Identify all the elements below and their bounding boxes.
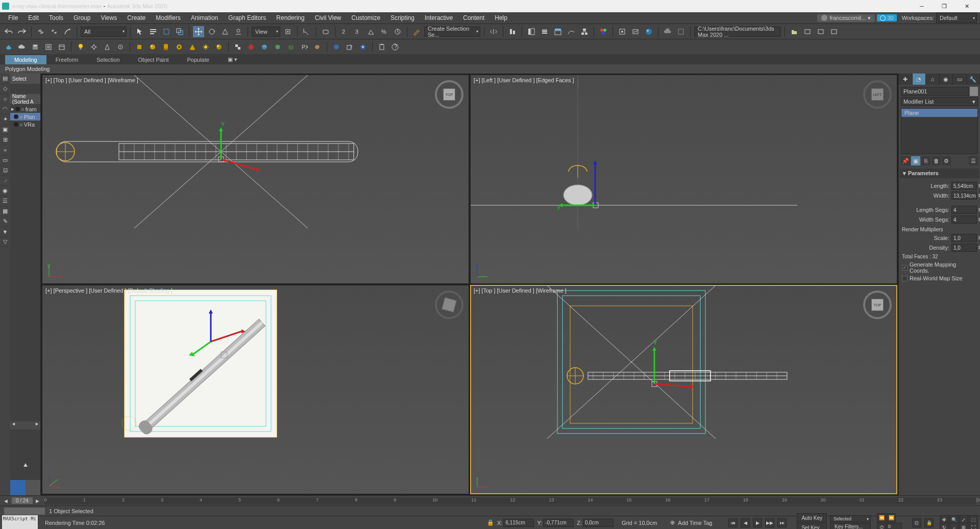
scene-header[interactable]: Name (Sorted A xyxy=(10,94,40,104)
selection-filter-dropdown[interactable]: All xyxy=(81,27,127,37)
set-key-button[interactable]: Set Key xyxy=(797,523,827,529)
help-icon[interactable]: ? xyxy=(389,41,401,53)
open-a360-gallery-button[interactable] xyxy=(675,26,687,37)
viewport-layout-2[interactable] xyxy=(26,480,41,495)
ribbon-tab-freeform[interactable]: Freeform xyxy=(46,55,88,64)
show-end-result-button[interactable]: ▣ xyxy=(911,156,920,165)
create-tab[interactable]: ✚ xyxy=(899,74,913,85)
maxscript-listener[interactable]: MAXScript Mi xyxy=(2,515,38,530)
light-spot-icon[interactable] xyxy=(102,41,113,53)
timeline-track[interactable]: 0123456789101112131415161718192021222324 xyxy=(44,497,976,504)
keyboard-shortcut-override-button[interactable] xyxy=(320,26,331,37)
modifier-list-dropdown[interactable]: Modifier List▾ xyxy=(901,97,978,106)
workspace-dropdown[interactable]: Default xyxy=(936,13,977,23)
viewport-bottom-left[interactable]: [+] [Perspective ] [User Defined ] [Defa… xyxy=(42,285,469,494)
list-icon[interactable] xyxy=(43,41,54,53)
filter-shapes-button[interactable]: ◠ xyxy=(0,104,10,114)
menu-edit[interactable]: Edit xyxy=(23,12,44,23)
object-color-swatch[interactable] xyxy=(970,87,978,96)
menu-rendering[interactable]: Rendering xyxy=(271,12,309,23)
ribbon-panel-label[interactable]: Polygon Modeling xyxy=(0,64,980,74)
scene-scroll[interactable]: ◄► xyxy=(10,421,40,429)
select-and-rotate-button[interactable] xyxy=(206,26,217,37)
key-mode-dropdown[interactable]: Selected xyxy=(830,515,871,522)
menu-content[interactable]: Content xyxy=(458,12,489,23)
viewport-top-left[interactable]: [+] [Top ] [User Defined ] [Wireframe ] … xyxy=(42,75,469,284)
sun-icon[interactable] xyxy=(200,41,211,53)
z-coord-input[interactable] xyxy=(583,519,614,527)
filter-cameras-button[interactable]: ▣ xyxy=(0,125,10,135)
goto-end-button[interactable]: ⏭ xyxy=(777,518,787,527)
sphere-prim-icon[interactable] xyxy=(147,41,158,53)
ribbon-tab-selection[interactable]: Selection xyxy=(87,55,129,64)
time-config-button[interactable]: ⏱ xyxy=(877,523,886,529)
next-frame-button[interactable]: ▶▶ xyxy=(765,518,774,527)
toggle-layer-explorer-button[interactable] xyxy=(539,26,550,37)
viewport-label[interactable]: [+] [Top ] [User Defined ] [Wireframe ] xyxy=(474,287,567,294)
grass-icon[interactable] xyxy=(285,41,297,53)
save-icon[interactable] xyxy=(30,41,41,53)
menu-views[interactable]: Views xyxy=(95,12,122,23)
snap-2d-button[interactable]: 2 xyxy=(339,26,350,37)
curve-editor-button[interactable] xyxy=(566,26,577,37)
toggle-ribbon-button[interactable] xyxy=(552,26,564,37)
filter-misc3-button[interactable]: ▦ xyxy=(0,206,10,217)
filter-lights-button[interactable]: ✦ xyxy=(0,114,10,125)
menu-customize[interactable]: Customize xyxy=(347,12,386,23)
select-and-scale-button[interactable] xyxy=(219,26,231,37)
motion-tab[interactable]: ◉ xyxy=(940,74,953,85)
viewport-label[interactable]: [+] [Left ] [User Defined ] [Edged Faces… xyxy=(474,77,574,83)
bind-button[interactable] xyxy=(62,26,73,37)
snap-3d-button[interactable]: 3 xyxy=(352,26,363,37)
prev-key-button[interactable]: ⏪ xyxy=(877,513,886,522)
make-unique-button[interactable]: ⎘ xyxy=(921,156,930,165)
viewport-label[interactable]: [+] [Top ] [User Defined ] [Wireframe ] xyxy=(45,77,138,83)
rendered-frame-window-button[interactable] xyxy=(630,26,641,37)
cone-prim-icon[interactable] xyxy=(187,41,198,53)
selection-region-rect-button[interactable] xyxy=(161,26,172,37)
configure-sets-button[interactable]: ⚙ xyxy=(942,156,951,165)
render-in-cloud-button[interactable] xyxy=(662,26,673,37)
use-pivot-center-button[interactable] xyxy=(282,26,293,37)
time-slider[interactable]: ◄ 0 / 24 ► 01234567891011121314151617181… xyxy=(0,495,980,506)
reference-coord-dropdown[interactable]: View xyxy=(252,27,280,37)
filter-misc5-button[interactable]: ▼ xyxy=(0,227,10,237)
unlink-button[interactable] xyxy=(48,26,60,37)
add-time-tag-button[interactable]: Add Time Tag xyxy=(678,520,712,526)
next-key-button[interactable]: ⏩ xyxy=(887,513,896,522)
menu-interactive[interactable]: Interactive xyxy=(420,12,458,23)
menu-animation[interactable]: Animation xyxy=(186,12,223,23)
menu-file[interactable]: File xyxy=(3,12,23,23)
quick-access-2-button[interactable] xyxy=(815,26,826,37)
menu-modifiers[interactable]: Modifiers xyxy=(151,12,186,23)
box-prim-icon[interactable] xyxy=(134,41,145,53)
filter-helpers-button[interactable]: ⊞ xyxy=(0,135,10,145)
hierarchy-tab[interactable]: ⌂ xyxy=(926,74,940,85)
utilities-tab[interactable]: 🔧 xyxy=(967,74,981,85)
lock-icon[interactable]: 🔒 xyxy=(487,519,494,526)
viewport-layout-1[interactable] xyxy=(10,480,26,495)
light-target-icon[interactable] xyxy=(88,41,100,53)
link-button[interactable] xyxy=(35,26,46,37)
visibility-icon[interactable] xyxy=(14,114,18,119)
toggle-scene-explorer-button[interactable] xyxy=(526,26,537,37)
light-bulb-icon[interactable] xyxy=(75,41,86,53)
filter-misc6-button[interactable]: ▽ xyxy=(0,237,10,247)
pin-stack-button[interactable]: 📌 xyxy=(901,156,910,165)
spinner-snap-button[interactable] xyxy=(392,26,403,37)
filter-spacewarp-button[interactable]: ≈ xyxy=(0,145,10,155)
ribbon-tab-modeling[interactable]: Modeling xyxy=(5,55,46,64)
redo-button[interactable] xyxy=(16,26,28,37)
display-floater-button[interactable]: ▤ xyxy=(0,74,10,84)
set-project-folder-button[interactable] xyxy=(789,26,800,37)
key-filters-button[interactable]: Key Filters... xyxy=(830,523,871,529)
ribbon-tab-populate[interactable]: Populate xyxy=(178,55,218,64)
viewport-label[interactable]: [+] [Perspective ] [User Defined ] [Defa… xyxy=(45,287,173,294)
viewport-top-right[interactable]: [+] [Left ] [User Defined ] [Edged Faces… xyxy=(470,75,897,284)
menu-civil-view[interactable]: Civil View xyxy=(310,12,347,23)
filter-misc4-button[interactable]: ✎ xyxy=(0,217,10,227)
zoom-all-button[interactable]: ⊞ xyxy=(959,523,968,529)
red-sphere-icon[interactable] xyxy=(246,41,257,53)
ribbon-tab-toggle[interactable]: ▣ ▾ xyxy=(218,55,247,64)
display-tab[interactable]: ▭ xyxy=(953,74,967,85)
